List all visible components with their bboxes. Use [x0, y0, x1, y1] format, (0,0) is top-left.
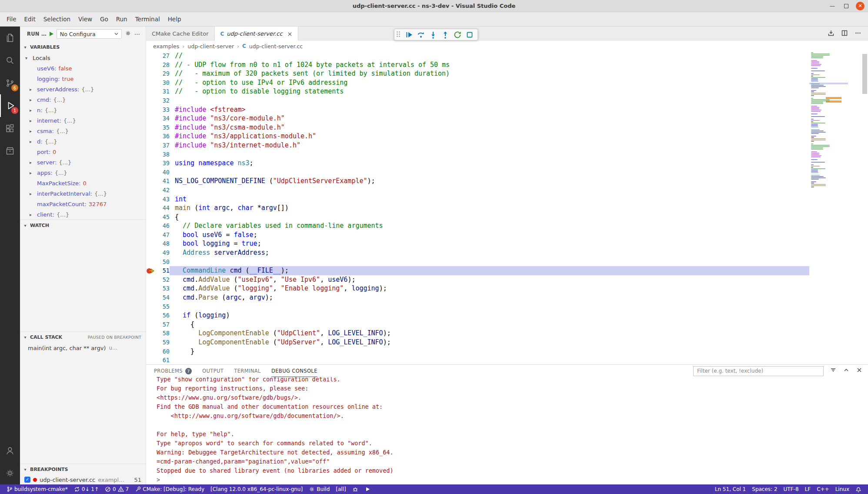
code-text[interactable]: LogComponentEnable ("UdpClient", LOG_LEV…	[170, 329, 809, 338]
line-number[interactable]: 51	[156, 266, 170, 275]
code-text[interactable]: #include <fstream>	[170, 105, 809, 114]
code-text[interactable]	[170, 96, 809, 105]
code-line[interactable]: 56 if (logging)	[146, 311, 809, 320]
console-filter-input[interactable]	[693, 366, 824, 376]
variable-row[interactable]: ▸n:{...}	[20, 105, 146, 115]
code-line[interactable]: 54 cmd.Parse (argc, argv);	[146, 293, 809, 302]
gutter-glyph-margin[interactable]	[146, 329, 156, 338]
start-debugging-icon[interactable]	[50, 32, 53, 36]
archive-box-icon[interactable]	[0, 140, 20, 162]
menu-run[interactable]: Run	[112, 12, 131, 26]
line-number[interactable]: 33	[156, 105, 170, 114]
account-icon[interactable]	[0, 439, 20, 462]
watch-section-header[interactable]: ▾ WATCH	[20, 220, 146, 231]
statusbar-git-branch[interactable]: buildsystem-cmake*	[3, 484, 71, 494]
tab-debug-console[interactable]: DEBUG CONSOLE	[271, 365, 317, 377]
variable-row[interactable]: ▸interPacketInterval:{...}	[20, 188, 146, 199]
code-line[interactable]: 37#include "ns3/internet-module.h"	[146, 141, 809, 150]
gutter-glyph-margin[interactable]	[146, 338, 156, 347]
line-number[interactable]: 43	[156, 195, 170, 204]
debug-config-dropdown[interactable]: No Configura	[57, 29, 122, 39]
gutter-glyph-margin[interactable]	[146, 257, 156, 267]
breakpoint-row[interactable]: ✓ udp-client-server.cc exampl… 51	[20, 475, 146, 484]
code-line[interactable]: 41NS_LOG_COMPONENT_DEFINE ("UdpClientSer…	[146, 177, 809, 186]
menu-terminal[interactable]: Terminal	[131, 12, 164, 26]
tab-output[interactable]: OUTPUT	[202, 365, 224, 377]
line-number[interactable]: 28	[156, 60, 170, 70]
code-line[interactable]: 34#include "ns3/core-module.h"	[146, 114, 809, 123]
step-over-icon[interactable]	[415, 30, 427, 40]
code-line[interactable]: 59 LogComponentEnable ("UdpServer", LOG_…	[146, 338, 809, 347]
run-and-debug-icon[interactable]: 1	[0, 94, 20, 117]
statusbar-cursor-position[interactable]: Ln 51, Col 1	[712, 484, 749, 494]
code-line[interactable]: 57 {	[146, 320, 809, 329]
code-text[interactable]: #include "ns3/internet-module.h"	[170, 141, 809, 150]
code-text[interactable]: cmd.Parse (argc, argv);	[170, 293, 809, 302]
code-line[interactable]: 33#include <fstream>	[146, 105, 809, 114]
breakpoint-checkbox[interactable]: ✓	[24, 477, 30, 483]
code-line[interactable]: 61	[146, 356, 809, 364]
code-line[interactable]: 43int	[146, 195, 809, 204]
gutter-glyph-margin[interactable]	[146, 248, 156, 257]
variable-row[interactable]: port:0	[20, 147, 146, 157]
restart-icon[interactable]	[452, 30, 463, 40]
maximize-icon[interactable]	[842, 2, 851, 10]
code-line[interactable]: 48 bool logging = true;	[146, 239, 809, 248]
gutter-glyph-margin[interactable]	[146, 186, 156, 195]
code-text[interactable]: NS_LOG_COMPONENT_DEFINE ("UdpClientServe…	[170, 177, 809, 186]
line-number[interactable]: 34	[156, 114, 170, 123]
code-line[interactable]: 58 LogComponentEnable ("UdpClient", LOG_…	[146, 329, 809, 338]
line-number[interactable]: 41	[156, 177, 170, 186]
gutter-glyph-margin[interactable]	[146, 293, 156, 302]
breadcrumb-udp-client-server[interactable]: udp-client-server	[187, 43, 234, 50]
code-text[interactable]: cmd.AddValue ("logging", "Enable logging…	[170, 284, 809, 293]
line-number[interactable]: 52	[156, 275, 170, 284]
scrollbar-thumb[interactable]	[862, 54, 867, 94]
scrollbar[interactable]	[848, 51, 868, 364]
gutter-glyph-margin[interactable]	[146, 69, 156, 78]
code-line[interactable]: 49 Address serverAddress;	[146, 248, 809, 257]
extensions-icon[interactable]	[0, 117, 20, 140]
gutter-glyph-margin[interactable]	[146, 356, 156, 364]
gutter-glyph-margin[interactable]	[146, 132, 156, 141]
code-text[interactable]: main (int argc, char *argv[])	[170, 204, 809, 213]
gutter-glyph-margin[interactable]	[146, 221, 156, 230]
line-number[interactable]: 56	[156, 311, 170, 320]
line-number[interactable]: 55	[156, 302, 170, 311]
code-text[interactable]	[170, 150, 809, 159]
variable-row[interactable]: MaxPacketSize:0	[20, 178, 146, 188]
stack-frame-row[interactable]: main(int argc, char ** argv) u…	[20, 343, 146, 353]
code-text[interactable]: // - maximum of 320 packets sent (or lim…	[170, 69, 809, 78]
code-text[interactable]	[170, 186, 809, 195]
gutter-glyph-margin[interactable]	[146, 87, 156, 96]
line-number[interactable]: 36	[156, 132, 170, 141]
line-number[interactable]: 49	[156, 248, 170, 257]
code-line[interactable]: 47 bool useV6 = false;	[146, 230, 809, 240]
line-number[interactable]: 38	[156, 150, 170, 159]
close-panel-icon[interactable]	[856, 367, 863, 375]
line-number[interactable]: 53	[156, 284, 170, 293]
gutter-glyph-margin[interactable]	[146, 204, 156, 213]
gutter-glyph-margin[interactable]	[146, 123, 156, 132]
line-number[interactable]: 58	[156, 329, 170, 338]
variables-section-header[interactable]: ▾ VARIABLES	[20, 41, 146, 53]
close-icon[interactable]: ✕	[856, 2, 865, 10]
gutter-glyph-margin[interactable]	[146, 51, 156, 60]
step-into-icon[interactable]	[427, 30, 439, 40]
gutter-glyph-margin[interactable]	[146, 275, 156, 284]
code-text[interactable]: bool useV6 = false;	[170, 230, 809, 240]
variable-row[interactable]: ▸server:{...}	[20, 157, 146, 167]
debug-settings-gear-icon[interactable]	[125, 30, 131, 38]
line-number[interactable]: 31	[156, 87, 170, 96]
code-line[interactable]: 44main (int argc, char *argv[])	[146, 204, 809, 213]
gutter-glyph-margin[interactable]	[146, 114, 156, 123]
code-text[interactable]: cmd.AddValue ("useIpv6", "Use Ipv6", use…	[170, 275, 809, 284]
code-text[interactable]: using namespace ns3;	[170, 159, 809, 168]
line-number[interactable]: 47	[156, 230, 170, 240]
menu-edit[interactable]: Edit	[20, 12, 40, 26]
code-text[interactable]: // - UDP flow from n0 to n1 of 1024 byte…	[170, 60, 809, 70]
code-text[interactable]: // - option to use IPv4 or IPv6 addressi…	[170, 78, 809, 87]
code-line[interactable]: 52 cmd.AddValue ("useIpv6", "Use Ipv6", …	[146, 275, 809, 284]
line-number[interactable]: 46	[156, 221, 170, 230]
step-out-icon[interactable]	[440, 30, 451, 40]
